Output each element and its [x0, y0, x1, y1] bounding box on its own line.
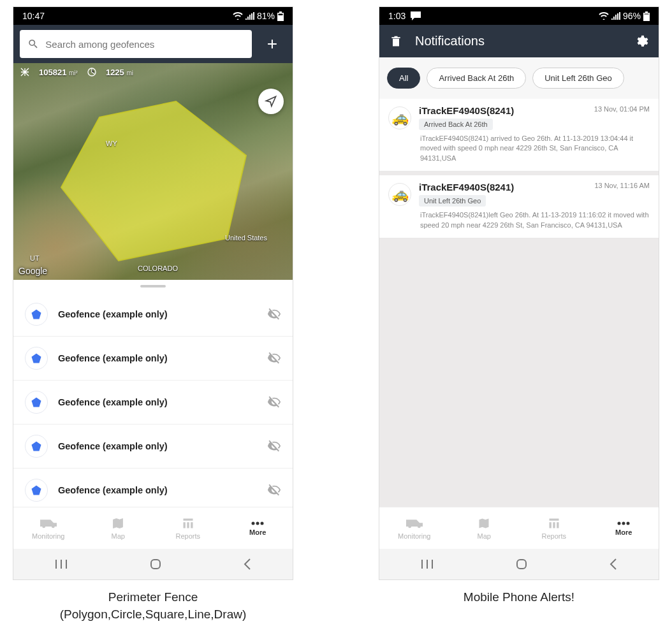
perimeter-unit: mi — [126, 69, 133, 76]
visibility-off-icon[interactable] — [267, 351, 281, 365]
nav-monitoring[interactable]: Monitoring — [379, 507, 449, 549]
svg-rect-0 — [279, 13, 283, 15]
map-label-ut: UT — [30, 254, 40, 262]
visibility-off-icon[interactable] — [267, 395, 281, 409]
more-icon — [251, 521, 265, 526]
notif-title: iTrackEF4940S(8241) — [419, 105, 514, 116]
notification-list[interactable]: 🚕 iTrackEF4940S(8241) 13 Nov, 01:04 PM A… — [379, 99, 659, 507]
notif-desc: iTrackEF4940S(8241) arrived to Geo 26th.… — [419, 134, 650, 163]
nav-more[interactable]: More — [589, 507, 659, 549]
phone-notifications: 1:03 96% Notifications All Arrived Back … — [379, 6, 659, 580]
locate-button[interactable] — [258, 89, 284, 114]
map-icon — [477, 517, 491, 530]
geofence-polygon — [48, 92, 252, 264]
trash-icon[interactable] — [390, 34, 402, 48]
svg-marker-7 — [32, 486, 41, 495]
notification-item[interactable]: 🚕 iTrackEF4940S(8241) 13 Nov, 01:04 PM A… — [379, 99, 659, 171]
list-item[interactable]: Geofence (example only) — [13, 425, 293, 469]
search-icon — [27, 38, 39, 50]
perimeter-value: 1225 — [106, 68, 124, 77]
notif-title: iTrackEF4940S(8241) — [419, 182, 514, 193]
notification-item[interactable]: 🚕 iTrackEF4940S(8241) 13 Nov, 11:16 AM U… — [379, 175, 659, 238]
geofence-label: Geofence (example only) — [58, 397, 257, 407]
wifi-icon — [233, 12, 243, 20]
search-box[interactable] — [20, 30, 252, 58]
nav-map[interactable]: Map — [84, 507, 154, 549]
geofence-label: Geofence (example only) — [58, 441, 257, 451]
svg-point-11 — [261, 521, 264, 525]
add-button[interactable]: + — [258, 30, 286, 58]
search-input[interactable] — [45, 39, 244, 50]
svg-point-16 — [627, 521, 630, 525]
polygon-icon — [25, 479, 48, 502]
list-item[interactable]: Geofence (example only) — [13, 293, 293, 337]
caption-left: Perimeter Fence (Polygon,Circle,Square,L… — [60, 589, 247, 623]
page-title: Notifications — [415, 34, 622, 48]
notif-time: 13 Nov, 01:04 PM — [594, 105, 650, 113]
notif-badge: Arrived Back At 26th — [419, 119, 493, 130]
area-value: 105821 — [39, 68, 66, 77]
reports-icon — [181, 517, 195, 530]
chat-icon — [411, 11, 421, 20]
visibility-off-icon[interactable] — [267, 439, 281, 453]
location-arrow-icon — [265, 95, 277, 108]
map-label-colorado: COLORADO — [138, 265, 178, 272]
back-icon[interactable] — [609, 558, 618, 571]
perimeter-icon — [87, 67, 97, 77]
status-time: 10:47 — [22, 11, 45, 21]
geofence-list[interactable]: Geofence (example only) Geofence (exampl… — [13, 293, 293, 507]
nav-reports[interactable]: Reports — [519, 507, 589, 549]
svg-marker-3 — [32, 310, 41, 319]
map-label-us: United States — [225, 234, 267, 242]
svg-marker-5 — [32, 398, 41, 407]
map[interactable]: 105821 mi² 1225 mi WY UT COLORADO United… — [13, 63, 293, 280]
filter-all[interactable]: All — [387, 68, 420, 89]
nav-map[interactable]: Map — [449, 507, 520, 549]
svg-point-10 — [256, 521, 259, 525]
drag-handle[interactable] — [13, 280, 293, 293]
geofence-label: Geofence (example only) — [58, 309, 257, 319]
filter-arrived[interactable]: Arrived Back At 26th — [427, 68, 526, 89]
map-stats: 105821 mi² 1225 mi — [13, 63, 140, 81]
home-icon[interactable] — [515, 558, 528, 571]
nav-reports[interactable]: Reports — [153, 507, 223, 549]
svg-rect-12 — [151, 560, 160, 569]
battery-icon — [277, 11, 284, 21]
recent-apps-icon[interactable] — [420, 558, 434, 570]
polygon-icon — [25, 435, 48, 458]
more-icon — [617, 521, 631, 526]
notif-header: Notifications — [379, 25, 659, 57]
status-icons: 96% — [599, 11, 650, 21]
status-battery: 81% — [257, 11, 275, 21]
google-logo: Google — [18, 266, 47, 276]
geofence-label: Geofence (example only) — [58, 485, 257, 495]
map-icon — [111, 517, 125, 530]
list-item[interactable]: Geofence (example only) — [13, 381, 293, 425]
list-item[interactable]: Geofence (example only) — [13, 337, 293, 381]
map-label-wy: WY — [106, 140, 117, 147]
svg-marker-2 — [61, 101, 246, 261]
visibility-off-icon[interactable] — [267, 483, 281, 497]
visibility-off-icon[interactable] — [267, 307, 281, 321]
gear-icon[interactable] — [634, 34, 648, 48]
area-unit: mi² — [69, 69, 78, 76]
back-icon[interactable] — [243, 558, 252, 571]
recent-apps-icon[interactable] — [54, 558, 68, 570]
status-bar: 1:03 96% — [379, 7, 659, 25]
svg-point-14 — [618, 521, 621, 525]
polygon-icon — [25, 303, 48, 326]
home-icon[interactable] — [149, 558, 162, 571]
bottom-nav: Monitoring Map Reports More — [13, 507, 293, 549]
notif-badge: Unit Left 26th Geo — [419, 195, 486, 207]
nav-monitoring[interactable]: Monitoring — [13, 507, 84, 549]
van-icon — [406, 517, 423, 530]
status-battery: 96% — [623, 11, 641, 21]
status-time: 1:03 — [388, 11, 405, 21]
filter-left[interactable]: Unit Left 26th Geo — [532, 68, 624, 89]
notif-desc: iTrackEF4940S(8241)left Geo 26th. At 11-… — [419, 210, 650, 230]
nav-more[interactable]: More — [223, 507, 293, 549]
svg-marker-4 — [32, 354, 41, 363]
system-nav — [13, 549, 293, 579]
list-item[interactable]: Geofence (example only) — [13, 469, 293, 507]
notif-time: 13 Nov, 11:16 AM — [594, 182, 650, 189]
